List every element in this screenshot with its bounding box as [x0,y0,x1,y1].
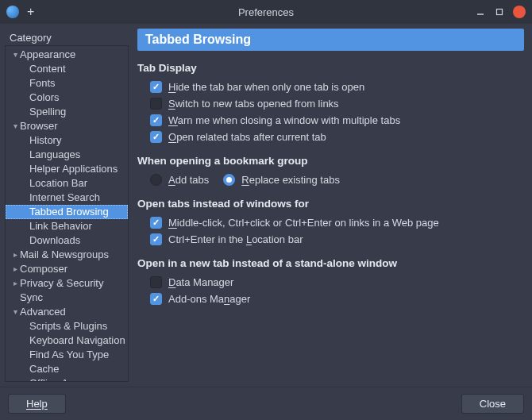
tree-item[interactable]: History [6,133,128,148]
tree-item-label: History [29,133,61,148]
opt-label: Replace existing tabs [241,174,340,186]
maximize-button[interactable] [494,6,505,17]
checkbox-icon[interactable] [150,293,162,305]
radio-icon[interactable] [223,174,235,186]
tree-item[interactable]: ▾Appearance [6,48,128,62]
chevron-down-icon[interactable]: ▾ [10,305,20,319]
sidebar: Category ▾AppearanceContentFontsColorsSp… [0,24,131,387]
opt-warn-close[interactable]: Warn me when closing a window with multi… [137,112,524,129]
tree-item[interactable]: Sync [6,291,128,305]
opt-open-related[interactable]: Open related tabs after current tab [137,129,524,145]
opt-label: Add-ons Manager [168,293,250,305]
radio-add-tabs[interactable]: Add tabs [150,174,209,186]
tree-item[interactable]: Spelling [6,105,128,119]
titlebar: + Preferences [0,0,532,24]
section-new-tab-instead: Open in a new tab instead of a stand-alo… [137,257,524,269]
checkbox-icon[interactable] [150,98,162,110]
tree-item[interactable]: Link Behavior [6,219,128,233]
tree-item-label: Find As You Type [29,348,109,362]
section-tab-display: Tab Display [137,62,524,74]
chevron-right-icon[interactable]: ▸ [10,248,20,262]
tree-item[interactable]: ▸Composer [6,262,128,276]
help-button[interactable]: Help [8,394,66,414]
checkbox-icon[interactable] [150,233,162,245]
checkbox-icon[interactable] [150,81,162,93]
panel-title: Tabbed Browsing [137,29,524,51]
chevron-down-icon[interactable]: ▾ [10,119,20,133]
tree-item[interactable]: Scripts & Plugins [6,319,128,333]
tree-item-label: Fonts [29,76,56,91]
tree-item-label: Tabbed Browsing [29,205,109,219]
opt-label: Data Manager [168,276,233,288]
tree-item-label: Scripts & Plugins [29,319,107,333]
tree-item-label: Spelling [29,105,66,119]
section-instead-windows: Open tabs instead of windows for [137,198,524,210]
opt-switch-new-tabs[interactable]: Switch to new tabs opened from links [137,95,524,112]
chevron-right-icon[interactable]: ▸ [10,276,20,291]
tree-item-label: Link Behavior [29,219,92,233]
tree-item-label: Privacy & Security [20,276,103,291]
tree-item-label: Colors [29,91,60,105]
tree-item[interactable]: Tabbed Browsing [6,205,128,219]
tree-item[interactable]: Offline Apps [6,376,128,382]
opt-ctrl-enter-location[interactable]: Ctrl+Enter in the Location bar [137,231,524,248]
bottom-bar: Help Close [0,387,532,420]
section-bookmark-group: When opening a bookmark group [137,155,524,167]
tree-item[interactable]: ▾Advanced [6,305,128,319]
tree-item[interactable]: ▾Browser [6,119,128,133]
content-panel: Tabbed Browsing Tab Display Hide the tab… [131,24,532,387]
tree-item-label: Appearance [20,48,75,62]
tree-item[interactable]: Helper Applications [6,162,128,176]
opt-middle-click[interactable]: Middle-click, Ctrl+click or Ctrl+Enter o… [137,214,524,231]
tree-item-label: Keyboard Navigation [29,333,125,348]
close-icon[interactable] [513,6,526,18]
tree-item[interactable]: Colors [6,91,128,105]
checkbox-icon[interactable] [150,217,162,229]
tree-item-label: Downloads [29,233,80,248]
radio-replace-tabs[interactable]: Replace existing tabs [223,174,340,186]
tree-item[interactable]: Location Bar [6,176,128,191]
tree-item[interactable]: Downloads [6,233,128,248]
checkbox-icon[interactable] [150,114,162,126]
tree-item[interactable]: ▸Privacy & Security [6,276,128,291]
tree-item-label: Composer [20,262,67,276]
opt-label: Warn me when closing a window with multi… [168,114,400,126]
tree-item-label: Cache [29,362,60,376]
minimize-button[interactable] [475,6,486,17]
tree-item[interactable]: Languages [6,148,128,162]
tree-item-label: Languages [29,148,80,162]
tree-item-label: Internet Search [29,191,100,205]
opt-addons-manager[interactable]: Add-ons Manager [137,291,524,307]
opt-label: Add tabs [168,174,209,186]
opt-hide-tab-bar[interactable]: Hide the tab bar when only one tab is op… [137,79,524,95]
tree-item-label: Location Bar [29,176,87,191]
svg-rect-1 [497,10,503,15]
tree-item[interactable]: ▸Mail & Newsgroups [6,248,128,262]
tree-item[interactable]: Content [6,62,128,76]
chevron-down-icon[interactable]: ▾ [10,48,20,62]
chevron-right-icon[interactable]: ▸ [10,262,20,276]
checkbox-icon[interactable] [150,276,162,288]
category-tree[interactable]: ▾AppearanceContentFontsColorsSpelling▾Br… [5,45,129,382]
opt-data-manager[interactable]: Data Manager [137,274,524,291]
checkbox-icon[interactable] [150,131,162,143]
tree-item[interactable]: Internet Search [6,191,128,205]
opt-label: Middle-click, Ctrl+click or Ctrl+Enter o… [168,217,439,229]
tree-item-label: Offline Apps [29,376,85,382]
tree-item-label: Advanced [20,305,66,319]
tree-item[interactable]: Cache [6,362,128,376]
tree-item-label: Mail & Newsgroups [20,248,109,262]
close-button[interactable]: Close [461,394,524,414]
tree-item-label: Helper Applications [29,162,118,176]
opt-label: Ctrl+Enter in the Location bar [168,233,303,245]
opt-label: Hide the tab bar when only one tab is op… [168,81,364,93]
tree-item-label: Content [29,62,66,76]
tree-item-label: Sync [20,291,43,305]
radio-icon[interactable] [150,174,162,186]
opt-label: Switch to new tabs opened from links [168,98,339,110]
tree-item-label: Browser [20,119,58,133]
tree-item[interactable]: Find As You Type [6,348,128,362]
tree-item[interactable]: Keyboard Navigation [6,333,128,348]
category-header: Category [5,29,129,45]
tree-item[interactable]: Fonts [6,76,128,91]
